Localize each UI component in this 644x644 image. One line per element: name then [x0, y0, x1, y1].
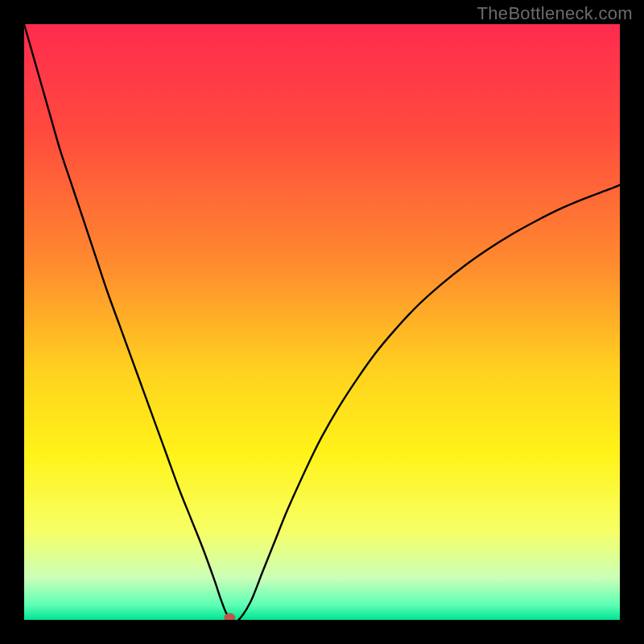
plot-area	[24, 24, 620, 620]
balance-marker	[225, 613, 235, 620]
watermark-text: TheBottleneck.com	[477, 3, 633, 24]
gradient-background	[24, 24, 620, 620]
plot-svg	[24, 24, 620, 620]
chart-frame: TheBottleneck.com	[0, 0, 644, 644]
